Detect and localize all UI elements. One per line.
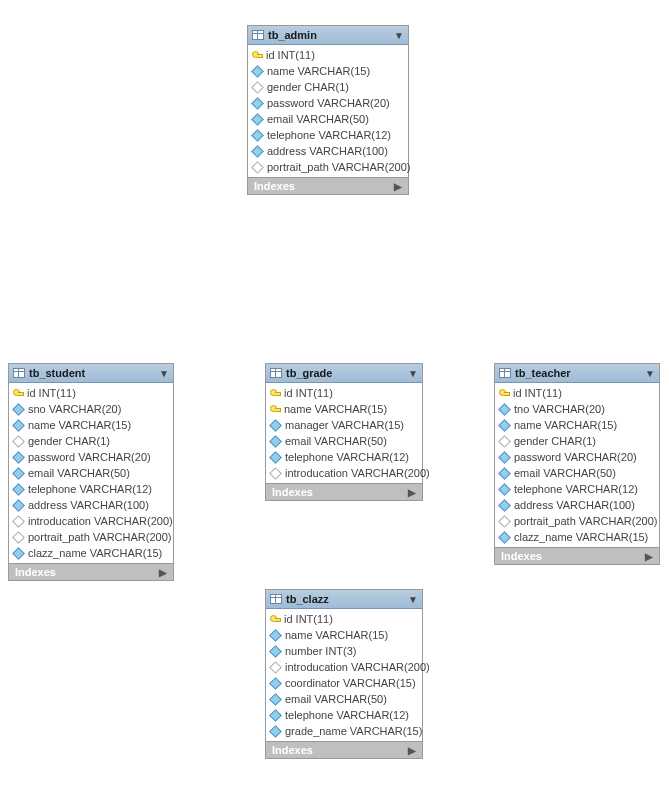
column-row[interactable]: gender CHAR(1)	[248, 79, 408, 95]
column-label: introducation VARCHAR(200)	[285, 661, 430, 673]
column-row[interactable]: tno VARCHAR(20)	[495, 401, 659, 417]
column-row[interactable]: portrait_path VARCHAR(200)	[495, 513, 659, 529]
column-hollow-icon	[12, 435, 25, 448]
column-label: telephone VARCHAR(12)	[285, 709, 409, 721]
indexes-section[interactable]: Indexes▶	[9, 563, 173, 580]
table-header[interactable]: tb_grade▼	[266, 364, 422, 383]
column-row[interactable]: portrait_path VARCHAR(200)	[9, 529, 173, 545]
table-header[interactable]: tb_clazz▼	[266, 590, 422, 609]
column-filled-icon	[251, 129, 264, 142]
column-row[interactable]: telephone VARCHAR(12)	[9, 481, 173, 497]
table-title: tb_student	[29, 367, 155, 379]
column-row[interactable]: manager VARCHAR(15)	[266, 417, 422, 433]
column-label: name VARCHAR(15)	[285, 629, 388, 641]
column-label: address VARCHAR(100)	[28, 499, 149, 511]
column-row[interactable]: password VARCHAR(20)	[495, 449, 659, 465]
column-row[interactable]: gender CHAR(1)	[495, 433, 659, 449]
column-list: id INT(11)name VARCHAR(15)gender CHAR(1)…	[248, 45, 408, 177]
column-row[interactable]: id INT(11)	[9, 385, 173, 401]
table-admin[interactable]: tb_admin▼id INT(11)name VARCHAR(15)gende…	[247, 25, 409, 195]
column-row[interactable]: id INT(11)	[266, 385, 422, 401]
indexes-label: Indexes	[272, 486, 313, 498]
collapse-arrow-icon[interactable]: ▼	[159, 368, 169, 379]
table-grade[interactable]: tb_grade▼id INT(11)name VARCHAR(15)manag…	[265, 363, 423, 501]
column-filled-icon	[269, 725, 282, 738]
column-row[interactable]: introducation VARCHAR(200)	[266, 659, 422, 675]
column-row[interactable]: id INT(11)	[266, 611, 422, 627]
column-label: portrait_path VARCHAR(200)	[28, 531, 171, 543]
column-filled-icon	[12, 419, 25, 432]
column-hollow-icon	[498, 515, 511, 528]
collapse-arrow-icon[interactable]: ▼	[645, 368, 655, 379]
collapse-arrow-icon[interactable]: ▼	[408, 594, 418, 605]
column-label: coordinator VARCHAR(15)	[285, 677, 416, 689]
column-row[interactable]: email VARCHAR(50)	[9, 465, 173, 481]
indexes-section[interactable]: Indexes▶	[248, 177, 408, 194]
indexes-label: Indexes	[501, 550, 542, 562]
column-list: id INT(11)name VARCHAR(15)number INT(3)i…	[266, 609, 422, 741]
table-header[interactable]: tb_teacher▼	[495, 364, 659, 383]
column-row[interactable]: address VARCHAR(100)	[9, 497, 173, 513]
column-label: address VARCHAR(100)	[267, 145, 388, 157]
column-row[interactable]: address VARCHAR(100)	[248, 143, 408, 159]
column-row[interactable]: telephone VARCHAR(12)	[266, 707, 422, 723]
column-label: portrait_path VARCHAR(200)	[267, 161, 410, 173]
column-row[interactable]: sno VARCHAR(20)	[9, 401, 173, 417]
column-label: email VARCHAR(50)	[285, 693, 387, 705]
column-hollow-icon	[269, 467, 282, 480]
column-row[interactable]: introducation VARCHAR(200)	[266, 465, 422, 481]
column-row[interactable]: password VARCHAR(20)	[9, 449, 173, 465]
column-row[interactable]: number INT(3)	[266, 643, 422, 659]
column-row[interactable]: name VARCHAR(15)	[9, 417, 173, 433]
expand-arrow-icon[interactable]: ▶	[394, 181, 402, 192]
primary-key-icon	[499, 388, 509, 398]
primary-key-icon	[270, 404, 280, 414]
column-row[interactable]: id INT(11)	[248, 47, 408, 63]
column-row[interactable]: address VARCHAR(100)	[495, 497, 659, 513]
expand-arrow-icon[interactable]: ▶	[408, 745, 416, 756]
table-header[interactable]: tb_student▼	[9, 364, 173, 383]
column-filled-icon	[251, 113, 264, 126]
column-row[interactable]: name VARCHAR(15)	[495, 417, 659, 433]
indexes-section[interactable]: Indexes▶	[266, 741, 422, 758]
column-row[interactable]: introducation VARCHAR(200)	[9, 513, 173, 529]
primary-key-icon	[13, 388, 23, 398]
column-row[interactable]: email VARCHAR(50)	[266, 691, 422, 707]
column-label: number INT(3)	[285, 645, 357, 657]
column-label: id INT(11)	[266, 49, 315, 61]
expand-arrow-icon[interactable]: ▶	[408, 487, 416, 498]
expand-arrow-icon[interactable]: ▶	[159, 567, 167, 578]
table-clazz[interactable]: tb_clazz▼id INT(11)name VARCHAR(15)numbe…	[265, 589, 423, 759]
column-row[interactable]: email VARCHAR(50)	[248, 111, 408, 127]
column-row[interactable]: name VARCHAR(15)	[266, 401, 422, 417]
column-row[interactable]: telephone VARCHAR(12)	[266, 449, 422, 465]
column-row[interactable]: clazz_name VARCHAR(15)	[9, 545, 173, 561]
column-row[interactable]: email VARCHAR(50)	[495, 465, 659, 481]
table-student[interactable]: tb_student▼id INT(11)sno VARCHAR(20)name…	[8, 363, 174, 581]
column-row[interactable]: coordinator VARCHAR(15)	[266, 675, 422, 691]
column-filled-icon	[12, 403, 25, 416]
column-row[interactable]: email VARCHAR(50)	[266, 433, 422, 449]
table-header[interactable]: tb_admin▼	[248, 26, 408, 45]
column-filled-icon	[498, 467, 511, 480]
expand-arrow-icon[interactable]: ▶	[645, 551, 653, 562]
column-row[interactable]: id INT(11)	[495, 385, 659, 401]
indexes-section[interactable]: Indexes▶	[266, 483, 422, 500]
column-row[interactable]: name VARCHAR(15)	[266, 627, 422, 643]
column-row[interactable]: telephone VARCHAR(12)	[248, 127, 408, 143]
column-row[interactable]: name VARCHAR(15)	[248, 63, 408, 79]
column-hollow-icon	[12, 515, 25, 528]
column-label: telephone VARCHAR(12)	[267, 129, 391, 141]
collapse-arrow-icon[interactable]: ▼	[408, 368, 418, 379]
column-row[interactable]: grade_name VARCHAR(15)	[266, 723, 422, 739]
column-row[interactable]: telephone VARCHAR(12)	[495, 481, 659, 497]
column-row[interactable]: gender CHAR(1)	[9, 433, 173, 449]
column-row[interactable]: password VARCHAR(20)	[248, 95, 408, 111]
collapse-arrow-icon[interactable]: ▼	[394, 30, 404, 41]
indexes-section[interactable]: Indexes▶	[495, 547, 659, 564]
indexes-label: Indexes	[254, 180, 295, 192]
column-row[interactable]: clazz_name VARCHAR(15)	[495, 529, 659, 545]
column-row[interactable]: portrait_path VARCHAR(200)	[248, 159, 408, 175]
table-teacher[interactable]: tb_teacher▼id INT(11)tno VARCHAR(20)name…	[494, 363, 660, 565]
column-label: email VARCHAR(50)	[28, 467, 130, 479]
